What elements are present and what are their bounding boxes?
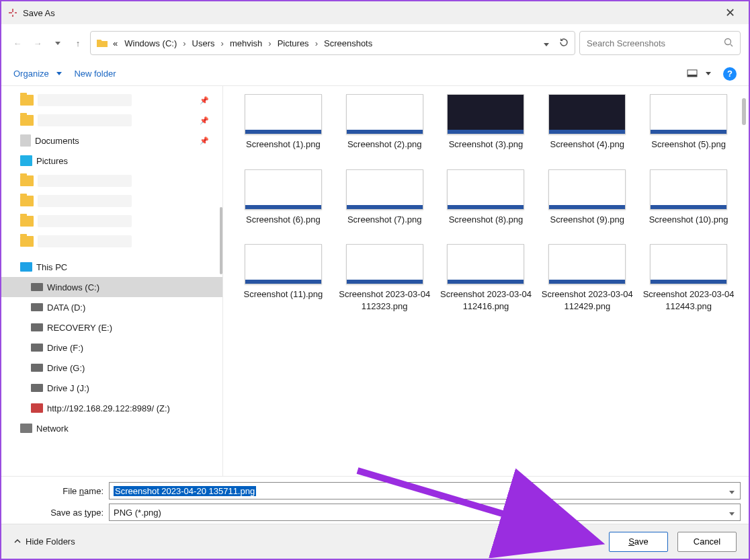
- filetype-select[interactable]: PNG (*.png): [109, 504, 741, 521]
- file-item[interactable]: Screenshot (4).png: [540, 94, 634, 151]
- filename-label: File name:: [9, 486, 103, 496]
- chevron-right-icon: ›: [181, 38, 187, 48]
- thumbnail-icon: [548, 94, 626, 134]
- chevron-down-icon[interactable]: [729, 508, 735, 518]
- sidebar-pictures[interactable]: Pictures: [1, 151, 222, 171]
- recent-locations-button[interactable]: [50, 35, 66, 51]
- file-label: Screenshot (10).png: [649, 214, 728, 226]
- toolbar: Organize New folder ?: [1, 62, 749, 86]
- new-folder-button[interactable]: New folder: [74, 69, 116, 79]
- forward-button[interactable]: →: [30, 35, 46, 51]
- quick-access-item[interactable]: [1, 211, 222, 231]
- thumbnail-icon: [346, 94, 423, 134]
- sidebar-drive-g[interactable]: Drive (G:): [1, 358, 222, 378]
- quick-access-item[interactable]: 📌: [1, 90, 222, 110]
- file-item[interactable]: Screenshot (5).png: [642, 94, 735, 151]
- file-label: Screenshot (6).png: [246, 214, 321, 226]
- organize-menu[interactable]: Organize: [13, 69, 62, 79]
- quick-access-item[interactable]: 📌: [1, 110, 222, 130]
- scrollbar[interactable]: [742, 98, 746, 125]
- thumbnail-icon: [650, 94, 727, 134]
- breadcrumb-dropdown[interactable]: [544, 38, 556, 48]
- quick-access-item[interactable]: [1, 231, 222, 251]
- quick-access-item[interactable]: [1, 191, 222, 211]
- file-label: Screenshot (7).png: [347, 214, 422, 226]
- breadcrumb-item[interactable]: Pictures: [276, 37, 311, 50]
- folder-icon: [96, 37, 108, 49]
- file-label: Screenshot (9).png: [550, 214, 625, 226]
- close-button[interactable]: ✕: [717, 1, 743, 24]
- file-item[interactable]: Screenshot 2023-03-04 112323.png: [338, 244, 431, 312]
- file-label: Screenshot (5).png: [651, 138, 726, 151]
- breadcrumb[interactable]: « Windows (C:) › Users › mehvish › Pictu…: [90, 31, 575, 55]
- file-label: Screenshot (4).png: [550, 138, 625, 151]
- app-icon: [7, 7, 19, 19]
- file-label: Screenshot (1).png: [246, 138, 321, 151]
- help-button[interactable]: ?: [723, 67, 737, 81]
- sidebar-drive-c[interactable]: Windows (C:): [1, 277, 222, 297]
- sidebar-network[interactable]: Network: [1, 418, 222, 438]
- sidebar-drive-e[interactable]: RECOVERY (E:): [1, 317, 222, 337]
- quick-access-item[interactable]: [1, 171, 222, 191]
- search-input[interactable]: [587, 38, 718, 48]
- titlebar: Save As ✕: [1, 1, 749, 24]
- breadcrumb-overflow[interactable]: «: [111, 37, 120, 50]
- pin-icon: 📌: [200, 96, 209, 105]
- breadcrumb-item[interactable]: mehvish: [228, 37, 264, 50]
- pin-icon: 📌: [200, 136, 209, 145]
- file-label: Screenshot (3).png: [449, 138, 524, 151]
- filename-input[interactable]: Screenshot 2023-04-20 135711.png: [109, 482, 741, 499]
- file-item[interactable]: Screenshot (10).png: [642, 169, 735, 226]
- sidebar-thispc[interactable]: This PC: [1, 257, 222, 277]
- file-item[interactable]: Screenshot (8).png: [440, 169, 533, 226]
- chevron-down-icon[interactable]: [729, 486, 735, 496]
- file-item[interactable]: Screenshot (2).png: [338, 94, 431, 151]
- type-label: Save as type:: [9, 508, 103, 518]
- scrollbar[interactable]: [220, 207, 222, 274]
- pin-icon: 📌: [200, 116, 209, 125]
- file-label: Screenshot 2023-03-04 112416.png: [440, 288, 533, 312]
- file-item[interactable]: Screenshot (1).png: [237, 94, 330, 151]
- footer: Hide Folders Save Cancel: [1, 524, 749, 559]
- file-item[interactable]: Screenshot (7).png: [338, 169, 431, 226]
- thumbnail-icon: [245, 244, 322, 284]
- thumbnail-icon: [245, 169, 322, 210]
- sidebar: 📌 📌 Documents📌 Pictures This PC Windows …: [1, 86, 223, 476]
- cancel-button[interactable]: Cancel: [677, 532, 737, 552]
- back-button[interactable]: ←: [9, 35, 26, 51]
- file-label: Screenshot 2023-03-04 112443.png: [642, 288, 735, 312]
- file-item[interactable]: Screenshot (11).png: [237, 244, 330, 312]
- file-item[interactable]: Screenshot 2023-03-04 112443.png: [642, 244, 735, 312]
- file-item[interactable]: Screenshot 2023-03-04 112429.png: [540, 244, 634, 312]
- save-form: File name: Screenshot 2023-04-20 135711.…: [1, 476, 749, 524]
- hide-folders-button[interactable]: Hide Folders: [13, 536, 75, 547]
- thumbnail-icon: [346, 169, 423, 210]
- thumbnail-icon: [548, 169, 626, 210]
- up-button[interactable]: ↑: [70, 35, 86, 51]
- thumbnail-icon: [447, 94, 524, 134]
- save-button[interactable]: Save: [609, 532, 668, 552]
- search-box[interactable]: [579, 31, 741, 55]
- view-options-button[interactable]: [687, 69, 711, 79]
- sidebar-documents[interactable]: Documents📌: [1, 130, 222, 151]
- chevron-right-icon: ›: [220, 38, 225, 48]
- thumbnail-icon: [548, 244, 626, 284]
- chevron-right-icon: ›: [267, 38, 272, 48]
- chevron-right-icon: ›: [314, 38, 319, 48]
- file-item[interactable]: Screenshot (6).png: [237, 169, 330, 226]
- sidebar-netloc[interactable]: http://192.168.29.122:8989/ (Z:): [1, 398, 222, 418]
- file-label: Screenshot (8).png: [449, 214, 524, 226]
- breadcrumb-item[interactable]: Windows (C:): [122, 37, 179, 50]
- refresh-button[interactable]: [558, 37, 569, 50]
- window-title: Save As: [23, 8, 55, 18]
- sidebar-drive-d[interactable]: DATA (D:): [1, 297, 222, 317]
- breadcrumb-item[interactable]: Screenshots: [322, 37, 374, 50]
- file-item[interactable]: Screenshot (3).png: [440, 94, 533, 151]
- sidebar-drive-f[interactable]: Drive (F:): [1, 337, 222, 358]
- navbar: ← → ↑ « Windows (C:) › Users › mehvish ›…: [1, 24, 749, 62]
- file-item[interactable]: Screenshot 2023-03-04 112416.png: [440, 244, 533, 312]
- breadcrumb-item[interactable]: Users: [190, 37, 217, 50]
- sidebar-drive-j[interactable]: Drive J (J:): [1, 378, 222, 398]
- search-icon: [724, 38, 733, 49]
- file-item[interactable]: Screenshot (9).png: [540, 169, 634, 226]
